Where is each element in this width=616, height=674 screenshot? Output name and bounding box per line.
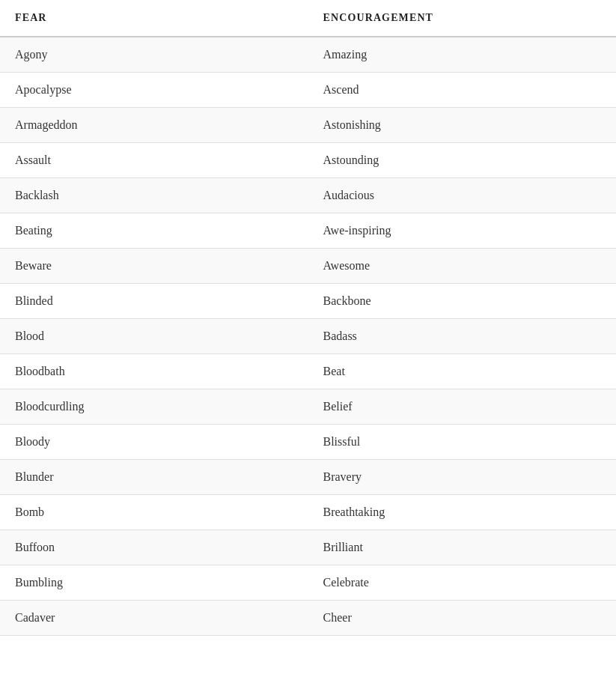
cell-fear: Backlash (0, 178, 308, 213)
cell-fear: Bumbling (0, 565, 308, 601)
cell-encouragement: Backbone (308, 284, 617, 319)
table-row: BeatingAwe-inspiring (0, 213, 616, 249)
cell-fear: Agony (0, 37, 308, 73)
main-container: FEAR ENCOURAGEMENT AgonyAmazingApocalyps… (0, 0, 616, 674)
table-header-row: FEAR ENCOURAGEMENT (0, 0, 616, 37)
table-row: BloodcurdlingBelief (0, 389, 616, 425)
table-row: BlunderBravery (0, 460, 616, 495)
cell-fear: Cadaver (0, 601, 308, 636)
cell-encouragement: Awesome (308, 249, 617, 284)
table-row: BewareAwesome (0, 249, 616, 284)
table-row: BumblingCelebrate (0, 565, 616, 601)
table-body: AgonyAmazingApocalypseAscendArmageddonAs… (0, 37, 616, 636)
cell-encouragement: Cheer (308, 601, 617, 636)
table-row: ApocalypseAscend (0, 73, 616, 108)
cell-encouragement: Beat (308, 354, 617, 389)
header-encouragement: ENCOURAGEMENT (308, 0, 617, 37)
header-fear: FEAR (0, 0, 308, 37)
table-row: BuffoonBrilliant (0, 530, 616, 565)
cell-encouragement: Badass (308, 319, 617, 354)
cell-fear: Apocalypse (0, 73, 308, 108)
cell-fear: Assault (0, 143, 308, 178)
table-row: ArmageddonAstonishing (0, 108, 616, 143)
cell-encouragement: Amazing (308, 37, 617, 73)
word-table: FEAR ENCOURAGEMENT AgonyAmazingApocalyps… (0, 0, 616, 636)
cell-fear: Beating (0, 213, 308, 249)
table-row: AssaultAstounding (0, 143, 616, 178)
cell-encouragement: Audacious (308, 178, 617, 213)
cell-encouragement: Astonishing (308, 108, 617, 143)
cell-fear: Bloody (0, 425, 308, 460)
cell-fear: Blunder (0, 460, 308, 495)
table-row: BloodbathBeat (0, 354, 616, 389)
cell-fear: Beware (0, 249, 308, 284)
cell-encouragement: Blissful (308, 425, 617, 460)
cell-encouragement: Awe-inspiring (308, 213, 617, 249)
table-row: BloodyBlissful (0, 425, 616, 460)
cell-encouragement: Belief (308, 389, 617, 425)
cell-fear: Bloodcurdling (0, 389, 308, 425)
cell-fear: Bloodbath (0, 354, 308, 389)
cell-encouragement: Ascend (308, 73, 617, 108)
cell-encouragement: Breathtaking (308, 495, 617, 530)
cell-fear: Bomb (0, 495, 308, 530)
table-row: AgonyAmazing (0, 37, 616, 73)
table-row: CadaverCheer (0, 601, 616, 636)
table-row: BacklashAudacious (0, 178, 616, 213)
table-row: BombBreathtaking (0, 495, 616, 530)
cell-fear: Blinded (0, 284, 308, 319)
cell-fear: Buffoon (0, 530, 308, 565)
cell-encouragement: Celebrate (308, 565, 617, 601)
table-row: BlindedBackbone (0, 284, 616, 319)
cell-encouragement: Brilliant (308, 530, 617, 565)
cell-encouragement: Bravery (308, 460, 617, 495)
cell-fear: Blood (0, 319, 308, 354)
cell-encouragement: Astounding (308, 143, 617, 178)
table-row: BloodBadass (0, 319, 616, 354)
cell-fear: Armageddon (0, 108, 308, 143)
